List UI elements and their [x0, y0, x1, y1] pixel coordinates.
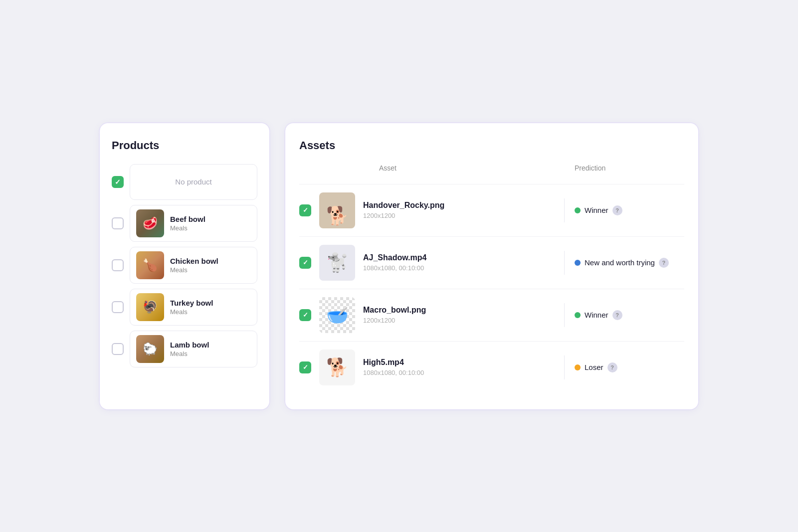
prediction-cell-high5: Loser ? — [575, 362, 684, 372]
product-checkbox-turkey-bowl[interactable] — [112, 301, 124, 313]
help-icon-high5[interactable]: ? — [607, 362, 617, 372]
asset-filename-aj-shadow: AJ_Shadow.mp4 — [363, 253, 554, 262]
product-thumbnail-beef-bowl: 🥩 — [136, 209, 164, 237]
assets-header: Asset Prediction — [299, 164, 684, 172]
product-card-turkey-bowl: 🦃 Turkey bowl Meals — [130, 289, 257, 326]
asset-divider-3 — [564, 303, 565, 327]
prediction-label-handover-rocky: Winner — [585, 206, 608, 214]
prediction-dot-handover-rocky — [575, 207, 581, 213]
product-category-chicken-bowl: Meals — [170, 266, 218, 274]
asset-thumbnail-aj-shadow: 🐩 — [319, 245, 355, 281]
help-icon-aj-shadow[interactable]: ? — [659, 258, 669, 268]
prediction-dot-aj-shadow — [575, 260, 581, 266]
main-container: Products No product 🥩 Beef bowl Meals — [100, 123, 698, 409]
assets-list: 🐕 Handover_Rocky.png 1200x1200 Winner ? — [299, 184, 684, 393]
asset-checkbox-aj-shadow[interactable] — [299, 257, 311, 269]
prediction-dot-high5 — [575, 364, 581, 370]
product-item-lamb-bowl: 🐑 Lamb bowl Meals — [112, 331, 257, 367]
product-name-chicken-bowl: Chicken bowl — [170, 257, 218, 265]
product-item-turkey-bowl: 🦃 Turkey bowl Meals — [112, 289, 257, 326]
asset-thumbnail-high5: 🐕 — [319, 350, 355, 385]
product-item-chicken-bowl: 🍗 Chicken bowl Meals — [112, 247, 257, 284]
assets-title: Assets — [299, 139, 684, 152]
product-info-turkey-bowl: Turkey bowl Meals — [170, 299, 213, 316]
prediction-cell-handover-rocky: Winner ? — [575, 205, 684, 215]
product-checkbox-no-product[interactable] — [112, 176, 124, 188]
asset-meta-macro-bowl: 1200x1200 — [363, 317, 554, 324]
product-info-beef-bowl: Beef bowl Meals — [170, 215, 205, 232]
asset-row-macro-bowl: 🥣 Macro_bowl.png 1200x1200 Winner ? — [299, 289, 684, 341]
asset-divider-4 — [564, 355, 565, 379]
prediction-dot-macro-bowl — [575, 312, 581, 318]
col-asset-header: Asset — [379, 164, 554, 172]
product-name-lamb-bowl: Lamb bowl — [170, 341, 209, 349]
products-title: Products — [112, 139, 257, 152]
product-thumbnail-turkey-bowl: 🦃 — [136, 293, 164, 321]
asset-row-handover-rocky: 🐕 Handover_Rocky.png 1200x1200 Winner ? — [299, 184, 684, 236]
prediction-label-macro-bowl: Winner — [585, 311, 608, 319]
product-name-turkey-bowl: Turkey bowl — [170, 299, 213, 307]
asset-filename-handover-rocky: Handover_Rocky.png — [363, 201, 554, 210]
product-card-no-product: No product — [130, 164, 257, 200]
asset-thumbnail-handover-rocky: 🐕 — [319, 192, 355, 228]
no-product-label: No product — [175, 177, 211, 186]
asset-checkbox-handover-rocky[interactable] — [299, 204, 311, 216]
asset-checkbox-macro-bowl[interactable] — [299, 309, 311, 321]
product-card-chicken-bowl: 🍗 Chicken bowl Meals — [130, 247, 257, 284]
product-category-lamb-bowl: Meals — [170, 350, 209, 357]
asset-checkbox-high5[interactable] — [299, 361, 311, 373]
product-category-turkey-bowl: Meals — [170, 308, 213, 316]
prediction-cell-macro-bowl: Winner ? — [575, 310, 684, 320]
product-name-beef-bowl: Beef bowl — [170, 215, 205, 223]
asset-filename-high5: High5.mp4 — [363, 358, 554, 367]
products-panel: Products No product 🥩 Beef bowl Meals — [100, 123, 269, 409]
asset-row-aj-shadow: 🐩 AJ_Shadow.mp4 1080x1080, 00:10:00 New … — [299, 236, 684, 289]
asset-thumbnail-macro-bowl: 🥣 — [319, 297, 355, 333]
product-card-lamb-bowl: 🐑 Lamb bowl Meals — [130, 331, 257, 367]
asset-row-high5: 🐕 High5.mp4 1080x1080, 00:10:00 Loser ? — [299, 341, 684, 393]
asset-meta-handover-rocky: 1200x1200 — [363, 212, 554, 219]
product-card-beef-bowl: 🥩 Beef bowl Meals — [130, 205, 257, 242]
asset-meta-high5: 1080x1080, 00:10:00 — [363, 369, 554, 376]
product-thumbnail-lamb-bowl: 🐑 — [136, 335, 164, 363]
asset-filename-macro-bowl: Macro_bowl.png — [363, 306, 554, 315]
asset-info-macro-bowl: Macro_bowl.png 1200x1200 — [363, 306, 554, 324]
help-icon-handover-rocky[interactable]: ? — [612, 205, 622, 215]
product-category-beef-bowl: Meals — [170, 224, 205, 232]
product-list: No product 🥩 Beef bowl Meals 🍗 — [112, 164, 257, 367]
asset-info-aj-shadow: AJ_Shadow.mp4 1080x1080, 00:10:00 — [363, 253, 554, 272]
asset-info-handover-rocky: Handover_Rocky.png 1200x1200 — [363, 201, 554, 219]
col-prediction-header: Prediction — [575, 164, 684, 172]
asset-meta-aj-shadow: 1080x1080, 00:10:00 — [363, 264, 554, 272]
assets-panel: Assets Asset Prediction 🐕 Handover_Rocky… — [285, 123, 698, 409]
product-item-beef-bowl: 🥩 Beef bowl Meals — [112, 205, 257, 242]
asset-info-high5: High5.mp4 1080x1080, 00:10:00 — [363, 358, 554, 376]
product-checkbox-lamb-bowl[interactable] — [112, 343, 124, 355]
product-checkbox-beef-bowl[interactable] — [112, 217, 124, 229]
prediction-label-high5: Loser — [585, 363, 603, 371]
prediction-cell-aj-shadow: New and worth trying ? — [575, 258, 684, 268]
product-item-no-product: No product — [112, 164, 257, 200]
product-info-chicken-bowl: Chicken bowl Meals — [170, 257, 218, 274]
help-icon-macro-bowl[interactable]: ? — [612, 310, 622, 320]
product-info-lamb-bowl: Lamb bowl Meals — [170, 341, 209, 357]
product-checkbox-chicken-bowl[interactable] — [112, 259, 124, 271]
prediction-label-aj-shadow: New and worth trying — [585, 258, 655, 267]
asset-divider-2 — [564, 251, 565, 275]
asset-divider-1 — [564, 198, 565, 222]
product-thumbnail-chicken-bowl: 🍗 — [136, 251, 164, 279]
